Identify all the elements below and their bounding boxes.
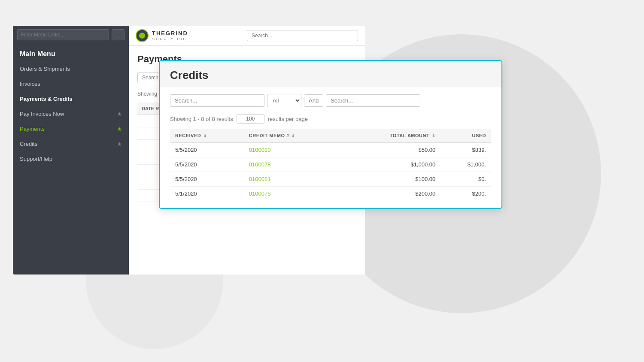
memo-link[interactable]: 0100081 [249, 176, 271, 182]
credits-col-used[interactable]: USED [440, 129, 491, 143]
cell-total: $100.00 [343, 172, 440, 187]
memo-link[interactable]: 0100080 [249, 147, 271, 153]
sidebar-item-label: Payments [20, 126, 45, 132]
cell-memo[interactable]: 0100075 [244, 187, 343, 201]
credits-header: Credits [160, 61, 501, 87]
credits-table: RECEIVED ⇕ CREDIT MEMO # ⇕ TOTAL AMOUNT … [170, 129, 491, 201]
cell-total: $50.00 [343, 143, 440, 157]
credits-title: Credits [170, 69, 491, 82]
cell-used: $200. [440, 187, 491, 201]
top-search-input[interactable] [247, 30, 358, 41]
cell-received: 5/5/2020 [170, 143, 244, 157]
top-bar: THEGRIND SUPPLY CO [129, 26, 365, 46]
brand-sub: SUPPLY CO [152, 37, 188, 41]
table-row: 5/5/2020 0100080 $50.00 $839. [170, 143, 491, 157]
cell-total: $1,000.00 [343, 157, 440, 172]
cell-used: $1,000. [440, 157, 491, 172]
cell-received: 5/5/2020 [170, 157, 244, 172]
cell-memo[interactable]: 0100080 [244, 143, 343, 157]
brand-logo: THEGRIND SUPPLY CO [136, 29, 247, 42]
memo-link[interactable]: 0100078 [249, 161, 271, 168]
cell-total: $200.00 [343, 187, 440, 201]
main-menu-label: Main Menu [13, 44, 129, 61]
sidebar-item-label: Invoices [20, 81, 40, 87]
sidebar-item-label: Credits [20, 141, 37, 147]
credits-filter-and-badge: And [304, 94, 323, 107]
sidebar-item-payments[interactable]: Payments ★ [13, 121, 129, 136]
sidebar-header: ← [13, 26, 129, 44]
credits-per-page-input[interactable] [237, 114, 264, 124]
sort-icon: ⇕ [204, 134, 207, 138]
brand-text: THEGRIND SUPPLY CO [152, 30, 188, 41]
credits-col-memo[interactable]: CREDIT MEMO # ⇕ [244, 129, 343, 143]
sidebar-item-label: Support/Help [20, 156, 52, 162]
sidebar-item-payments-credits[interactable]: Payments & Credits [13, 91, 129, 106]
star-icon: ★ [117, 141, 122, 147]
back-button[interactable]: ← [112, 29, 125, 40]
star-icon: ★ [117, 126, 122, 132]
credits-col-total[interactable]: TOTAL AMOUNT ⇕ [343, 129, 440, 143]
credits-panel: Credits All And Showing 1 - 8 of 8 resul… [159, 60, 502, 209]
logo-inner [139, 33, 145, 39]
sidebar: ← Main Menu Orders & Shipments Invoices … [13, 26, 129, 275]
sidebar-item-invoices[interactable]: Invoices [13, 76, 129, 91]
credits-per-page-label: results per page [268, 116, 308, 122]
memo-link[interactable]: 0100075 [249, 190, 271, 197]
sidebar-item-pay-invoices-now[interactable]: Pay Invoices Now ★ [13, 106, 129, 121]
star-icon: ★ [117, 111, 122, 117]
sidebar-item-label: Pay Invoices Now [20, 111, 64, 117]
credits-search-input-2[interactable] [326, 94, 420, 107]
sidebar-item-support-help[interactable]: Support/Help [13, 151, 129, 166]
credits-all-select[interactable]: All [267, 94, 301, 107]
cell-memo[interactable]: 0100078 [244, 157, 343, 172]
logo-circle [136, 29, 149, 42]
sidebar-nav: Orders & Shipments Invoices Payments & C… [13, 61, 129, 166]
credits-search-input[interactable] [170, 94, 264, 107]
credits-col-received[interactable]: RECEIVED ⇕ [170, 129, 244, 143]
top-search-container [247, 30, 358, 41]
table-row: 5/5/2020 0100081 $100.00 $0. [170, 172, 491, 187]
credits-body: All And Showing 1 - 8 of 8 results resul… [160, 87, 501, 208]
credits-results-text: Showing 1 - 8 of 8 results [170, 116, 233, 122]
credits-results-info: Showing 1 - 8 of 8 results results per p… [170, 114, 491, 124]
cell-used: $839. [440, 143, 491, 157]
brand-name: THEGRIND [152, 30, 188, 36]
table-row: 5/5/2020 0100078 $1,000.00 $1,000. [170, 157, 491, 172]
credits-filter-row: All And [170, 94, 491, 107]
sidebar-item-orders-shipments[interactable]: Orders & Shipments [13, 61, 129, 76]
filter-links-input[interactable] [17, 29, 109, 40]
cell-memo[interactable]: 0100081 [244, 172, 343, 187]
cell-received: 5/1/2020 [170, 187, 244, 201]
sort-icon: ⇕ [292, 134, 295, 138]
sidebar-item-label: Payments & Credits [20, 96, 73, 102]
sidebar-item-label: Orders & Shipments [20, 66, 70, 72]
cell-received: 5/5/2020 [170, 172, 244, 187]
table-row: 5/1/2020 0100075 $200.00 $200. [170, 187, 491, 201]
cell-used: $0. [440, 172, 491, 187]
sidebar-item-credits[interactable]: Credits ★ [13, 136, 129, 151]
sort-icon: ⇕ [432, 134, 436, 138]
